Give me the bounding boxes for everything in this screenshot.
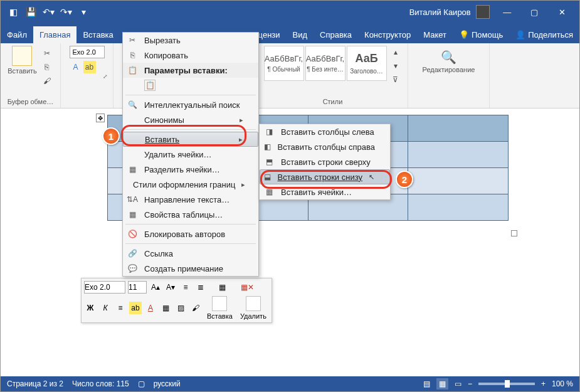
save-icon[interactable]: 💾: [23, 4, 38, 19]
mini-align[interactable]: ≡: [114, 302, 127, 314]
styles-expand[interactable]: ⊽: [389, 73, 402, 86]
close-button[interactable]: ✕: [549, 1, 574, 23]
user-name[interactable]: Виталий Каиров: [409, 8, 471, 17]
menu-split-cells[interactable]: ▦Разделить ячейки…: [123, 162, 258, 177]
submenu-cols-left[interactable]: ◨Вставить столбцы слева: [260, 124, 390, 139]
style-normal[interactable]: АаБбВвГг, ¶ Обычный: [264, 46, 304, 81]
clipboard-icon: 📋: [127, 65, 138, 76]
submenu-cols-right[interactable]: ◧Вставить столбцы справа: [260, 139, 390, 154]
maximize-button[interactable]: ▢: [522, 1, 547, 23]
menu-table-properties[interactable]: ▦Свойства таблицы…: [123, 207, 258, 222]
styles-scroll-down[interactable]: ▾: [389, 60, 402, 72]
block-icon: 🚫: [127, 228, 138, 240]
submenu-rows-above[interactable]: ⬒Вставить строки сверху: [260, 154, 390, 169]
mini-font-color[interactable]: A: [144, 302, 157, 314]
table-move-handle[interactable]: ✥: [96, 114, 105, 122]
mini-insert-button[interactable]: Вставка: [204, 296, 235, 320]
style-no-spacing[interactable]: АаБбВвГг, ¶ Без инте…: [305, 46, 345, 81]
mini-toolbar: A▴ A▾ ≡ ≣ ▦ ▦✕ Ж К ≡ ab A ▦ ▨ 🖌 Вставка …: [81, 278, 272, 323]
tab-insert[interactable]: Вставка: [76, 26, 119, 43]
zoom-in-button[interactable]: +: [541, 379, 546, 388]
status-page[interactable]: Страница 2 из 2: [7, 379, 63, 388]
zoom-level[interactable]: 100 %: [552, 379, 573, 388]
menu-paste-options: 📋Параметры вставки:: [123, 63, 258, 78]
mini-shrink-font[interactable]: A▾: [164, 281, 177, 294]
table-resize-handle[interactable]: [511, 230, 517, 236]
menu-block-authors[interactable]: 🚫Блокировать авторов: [123, 226, 258, 241]
zoom-out-button[interactable]: −: [468, 379, 472, 388]
view-web-icon[interactable]: ▭: [455, 379, 461, 388]
menu-link[interactable]: 🔗Ссылка: [123, 246, 258, 261]
tell-me[interactable]: 💡Помощь: [453, 26, 509, 43]
tab-help[interactable]: Справка: [314, 26, 358, 43]
minimize-button[interactable]: —: [495, 1, 520, 23]
styles-group-label: Стили: [323, 97, 343, 108]
mini-format-painter[interactable]: 🖌: [189, 302, 202, 314]
qat-dropdown-icon[interactable]: ▾: [76, 4, 91, 19]
copy-icon[interactable]: ⎘: [41, 61, 53, 73]
menu-synonyms[interactable]: Синонимы: [123, 112, 258, 127]
mini-table-icon[interactable]: ▦: [216, 281, 228, 294]
mini-numbering[interactable]: ≣: [194, 281, 207, 294]
menu-copy[interactable]: ⎘Копировать: [123, 48, 258, 63]
insert-cells-icon: ▦: [263, 186, 275, 198]
menu-delete-cells[interactable]: Удалить ячейки…: [123, 147, 258, 162]
tab-view[interactable]: Вид: [287, 26, 314, 43]
menu-smart-lookup[interactable]: 🔍Интеллектуальный поиск: [123, 97, 258, 112]
highlight-button[interactable]: ab: [83, 61, 96, 73]
search-icon: 🔍: [441, 50, 456, 65]
paste-option-buttons[interactable]: 📋: [123, 78, 258, 93]
menu-cut[interactable]: ✂Вырезать: [123, 33, 258, 48]
statusbar: Страница 2 из 2 Число слов: 115 ▢ русски…: [1, 376, 579, 391]
styles-scroll-up[interactable]: ▴: [389, 46, 402, 58]
mini-borders[interactable]: ▦: [159, 302, 172, 314]
tab-table-design[interactable]: Конструктор: [358, 26, 417, 43]
status-proofing-icon[interactable]: ▢: [138, 379, 145, 388]
split-cells-icon: ▦: [127, 164, 138, 175]
tab-table-layout[interactable]: Макет: [417, 26, 453, 43]
insert-cols-left-icon: ◨: [263, 126, 275, 137]
mini-italic[interactable]: К: [99, 302, 112, 314]
submenu-cells[interactable]: ▦Вставить ячейки…: [260, 184, 390, 199]
mini-shading[interactable]: ▨: [174, 302, 187, 314]
view-print-icon[interactable]: ▦: [436, 378, 448, 389]
menu-insert[interactable]: Вставить: [123, 132, 258, 147]
text-direction-icon: ⇅A: [127, 194, 138, 205]
submenu-rows-below[interactable]: ⬓Вставить строки снизу↖: [260, 169, 390, 184]
tab-file[interactable]: Файл: [1, 26, 33, 43]
editing-button[interactable]: 🔍 Редактирование: [423, 46, 475, 73]
font-name-input[interactable]: [70, 46, 105, 58]
status-language[interactable]: русский: [154, 379, 181, 388]
mini-font-size[interactable]: [128, 281, 147, 294]
zoom-slider[interactable]: [478, 383, 535, 385]
format-painter-icon[interactable]: 🖌: [41, 75, 53, 87]
autosave-icon[interactable]: ◧: [6, 4, 21, 19]
tab-home[interactable]: Главная: [33, 26, 76, 43]
cut-icon[interactable]: ✂: [41, 47, 53, 60]
style-heading[interactable]: АаБ Заголово…: [347, 46, 387, 81]
search-icon: 🔍: [127, 99, 138, 110]
mini-bold[interactable]: Ж: [84, 302, 97, 314]
mini-highlight[interactable]: ab: [129, 302, 142, 314]
mini-bullets[interactable]: ≡: [179, 281, 192, 294]
menu-new-comment[interactable]: 💬Создать примечание: [123, 261, 258, 276]
view-read-icon[interactable]: ▤: [423, 379, 430, 388]
font-dialog-launcher[interactable]: ⤢: [103, 73, 108, 80]
mini-grow-font[interactable]: A▴: [149, 281, 162, 294]
mini-delete-icon[interactable]: ▦✕: [241, 281, 253, 294]
font-effects-button[interactable]: A: [70, 61, 82, 73]
menu-border-styles[interactable]: Стили оформления границ: [123, 177, 258, 192]
paste-button[interactable]: Вставить: [8, 46, 37, 87]
undo-icon[interactable]: ↶▾: [41, 4, 56, 19]
menu-text-direction[interactable]: ⇅AНаправление текста…: [123, 192, 258, 207]
avatar[interactable]: [476, 5, 490, 19]
redo-icon[interactable]: ↷▾: [58, 4, 73, 19]
share-button[interactable]: 👤Поделиться: [509, 26, 579, 43]
paste-keep-source-icon[interactable]: 📋: [144, 80, 156, 91]
titlebar: ◧ 💾 ↶▾ ↷▾ ▾ Виталий Каиров — ▢ ✕: [1, 1, 579, 23]
mini-font-name[interactable]: [84, 281, 125, 294]
mini-delete-button[interactable]: Удалить: [238, 296, 269, 320]
lightbulb-icon: 💡: [459, 30, 469, 40]
status-words[interactable]: Число слов: 115: [72, 379, 129, 388]
styles-group: АаБбВвГг, ¶ Обычный АаБбВвГг, ¶ Без инте…: [258, 43, 408, 108]
